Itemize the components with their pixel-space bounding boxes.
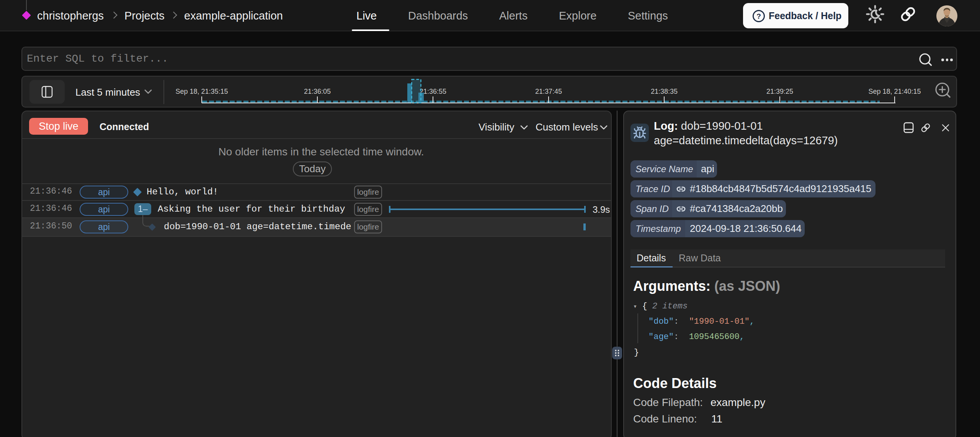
svg-text:?: ? [756, 12, 761, 20]
